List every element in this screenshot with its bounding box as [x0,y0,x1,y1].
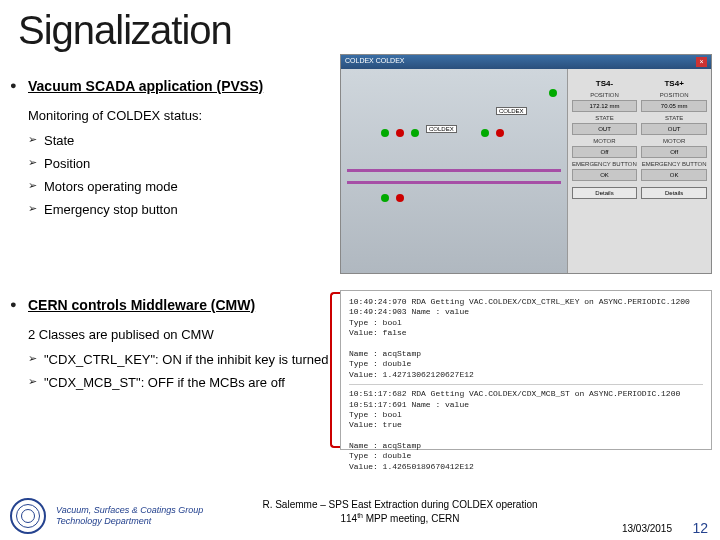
val: Off [641,146,707,158]
footer-group: Vacuum, Surfaces & Coatings Group Techno… [56,505,203,527]
panel-col-ts4minus: TS4- POSITION 172.12 mm STATE OUT MOTOR … [572,73,638,269]
footer-center: R. Salemme – SPS East Extraction during … [200,498,600,525]
console-line: Type : bool [349,318,703,328]
console-line: 10:49:24:970 RDA Getting VAC.COLDEX/CDX_… [349,297,703,307]
brace-connector [330,292,340,448]
lbl: POSITION [572,92,638,98]
console-line: Type : double [349,451,703,461]
footer-center-line2: 114th MPP meeting, CERN [200,511,600,525]
console-line: 10:51:17:682 RDA Getting VAC.COLDEX/CDX_… [349,389,703,399]
mpp-num: 114 [340,513,357,524]
mpp-rest: MPP meeting, CERN [363,513,460,524]
slide-title: Signalization [0,0,720,53]
diagram-coldex-label: COLDEX [426,125,457,133]
cern-logo-icon [10,498,46,534]
close-icon[interactable]: × [696,57,707,67]
lbl: EMERGENCY BUTTON [572,161,638,167]
scada-heading: Vacuum SCADA application (PVSS) [28,78,263,94]
lbl: MOTOR [641,138,707,144]
details-button[interactable]: Details [641,187,707,199]
scada-window-title: COLDEX COLDEX [345,57,405,67]
scada-screenshot: COLDEX COLDEX × COLDEX COLDEX TS4- POSIT… [340,54,712,274]
lbl: POSITION [641,92,707,98]
val: OK [572,169,638,181]
console-line: Value: 1.42650189670412E12 [349,462,703,472]
console-line: Value: false [349,328,703,338]
lbl: STATE [572,115,638,121]
footer-center-line1: R. Salemme – SPS East Extraction during … [200,498,600,511]
cmw-heading: CERN controls Middleware (CMW) [28,297,255,313]
val: 70.05 mm [641,100,707,112]
console-line: 10:51:17:691 Name : value [349,400,703,410]
console-line: Type : bool [349,410,703,420]
footer-group-line2: Technology Department [56,516,203,527]
panel-col-ts4plus: TS4+ POSITION 70.05 mm STATE OUT MOTOR O… [641,73,707,269]
val: OUT [572,123,638,135]
col-head: TS4- [572,79,638,88]
cmw-console: 10:49:24:970 RDA Getting VAC.COLDEX/CDX_… [340,290,712,450]
console-line: 10:49:24:903 Name : value [349,307,703,317]
diagram-coldex-label2: COLDEX [496,107,527,115]
footer-group-line1: Vacuum, Surfaces & Coatings Group [56,505,203,516]
slide-footer: Vacuum, Surfaces & Coatings Group Techno… [0,496,720,540]
console-line: Value: true [349,420,703,430]
val: 172.12 mm [572,100,638,112]
val: OK [641,169,707,181]
footer-date: 13/03/2015 [622,523,672,534]
val: OUT [641,123,707,135]
lbl: MOTOR [572,138,638,144]
console-line: Type : double [349,359,703,369]
scada-diagram: COLDEX COLDEX [341,69,568,273]
scada-side-panel: TS4- POSITION 172.12 mm STATE OUT MOTOR … [568,69,711,273]
details-button[interactable]: Details [572,187,638,199]
scada-window-titlebar: COLDEX COLDEX × [341,55,711,69]
val: Off [572,146,638,158]
col-head: TS4+ [641,79,707,88]
lbl: EMERGENCY BUTTON [641,161,707,167]
footer-page-number: 12 [692,520,708,536]
console-line: Value: 1.42713062120627E12 [349,370,703,380]
console-line: Name : acqStamp [349,441,703,451]
console-line: Name : acqStamp [349,349,703,359]
lbl: STATE [641,115,707,121]
